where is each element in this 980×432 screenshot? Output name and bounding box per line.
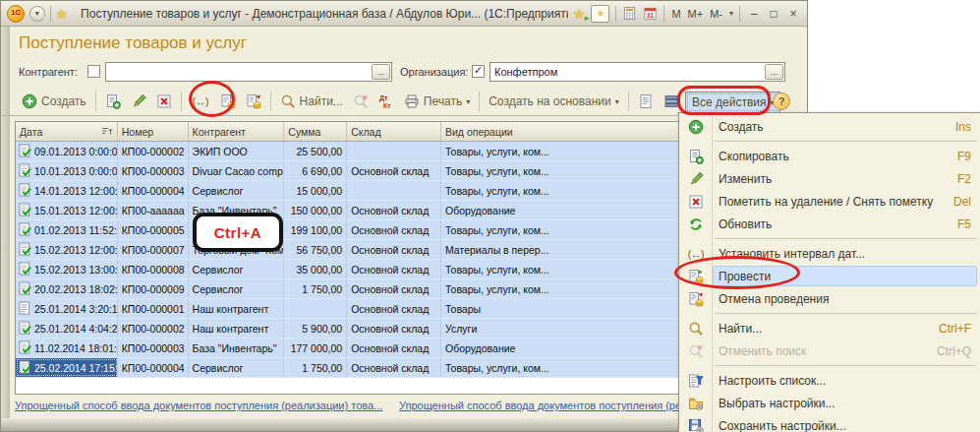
cell-sum[interactable]: 5 900,00: [284, 319, 347, 338]
menu-item-configure-list[interactable]: Настроить список...: [679, 369, 980, 392]
menu-item-select-settings[interactable]: Выбрать настройки...: [679, 392, 980, 414]
cell-warehouse[interactable]: Основной склад: [347, 220, 441, 239]
copy-button[interactable]: [101, 91, 125, 112]
cell-warehouse[interactable]: Основной склад: [347, 260, 441, 278]
cell-warehouse[interactable]: [347, 142, 441, 160]
cancel-search-button[interactable]: [349, 91, 373, 112]
cell-number[interactable]: КП00-000009: [118, 279, 189, 298]
cell-warehouse[interactable]: Основной склад: [347, 201, 441, 219]
cell-number[interactable]: КП00-000001: [118, 299, 189, 318]
cell-warehouse[interactable]: Основной склад: [347, 240, 441, 259]
preview-button[interactable]: [634, 91, 658, 112]
cell-warehouse[interactable]: [347, 181, 441, 200]
favorites-list-icon[interactable]: ★: [591, 5, 609, 23]
cell-date[interactable]: 25.01.2014 3:20:13: [16, 299, 118, 318]
cell-sum[interactable]: 35 000,00: [284, 260, 347, 278]
column-header[interactable]: Сумма: [284, 122, 347, 141]
cell-counterparty[interactable]: Сервислог: [189, 181, 285, 200]
cell-number[interactable]: КП00-аааааа: [118, 201, 189, 219]
counterparty-picker-button[interactable]: ...: [372, 64, 390, 80]
monitor-button-m[interactable]: M: [670, 8, 681, 20]
organization-checkbox[interactable]: [472, 65, 485, 78]
menu-item-edit[interactable]: ИзменитьF2: [679, 167, 980, 190]
cell-number[interactable]: КП00-000005: [118, 220, 189, 239]
cell-date[interactable]: 10.01.2013 0:00:00: [16, 161, 118, 180]
simplified-entry-link-1[interactable]: Упрощенный способ ввода документов посту…: [15, 400, 382, 411]
cancel-posting-button[interactable]: [242, 91, 265, 112]
cell-warehouse[interactable]: Основной склад: [347, 339, 441, 357]
counterparty-checkbox[interactable]: [87, 65, 100, 78]
menu-item-mark-for-deletion[interactable]: Пометить на удаление / Снять пометкуDel: [679, 190, 980, 213]
cell-warehouse[interactable]: Основной склад: [347, 279, 441, 298]
cell-counterparty[interactable]: Наш контрагент: [189, 299, 285, 318]
cell-warehouse[interactable]: Основной склад: [347, 358, 441, 377]
favorites-star-icon[interactable]: ★: [56, 7, 69, 21]
cell-number[interactable]: КП00-000008: [118, 260, 189, 278]
cell-date[interactable]: 15.02.2013 13:00:00: [16, 260, 118, 278]
cell-number[interactable]: КП00-000002: [118, 319, 189, 338]
add-to-favorites-icon[interactable]: ★▸: [573, 7, 586, 21]
cell-sum[interactable]: [284, 299, 347, 318]
cell-counterparty[interactable]: Divuar Cacao company: [189, 161, 285, 180]
column-header[interactable]: Номер: [118, 122, 189, 141]
cell-date[interactable]: 20.02.2013 18:02:24: [16, 279, 118, 298]
find-button[interactable]: Найти...: [276, 91, 347, 112]
print-button[interactable]: Печать▾: [400, 91, 474, 112]
menu-item-save-settings[interactable]: Сохранить настройки...: [679, 414, 980, 432]
cell-date[interactable]: 09.01.2013 0:00:05: [16, 142, 118, 160]
cell-counterparty[interactable]: База "Инвентарь": [189, 339, 285, 357]
create-based-on-button[interactable]: Создать на основании▾: [485, 92, 623, 111]
cell-sum[interactable]: 150 000,00: [284, 201, 347, 219]
cell-counterparty[interactable]: Сервислог: [189, 358, 285, 377]
cell-date[interactable]: 15.01.2013 12:00:00: [16, 201, 118, 219]
cell-counterparty[interactable]: ЭКИП ООО: [189, 142, 285, 160]
column-header[interactable]: Склад: [347, 122, 441, 141]
cell-sum[interactable]: 177 000,00: [284, 339, 347, 357]
dtkt-button[interactable]: ДтКт: [375, 91, 398, 112]
close-button[interactable]: ×: [785, 6, 801, 22]
cell-counterparty[interactable]: Наш контрагент: [189, 319, 285, 338]
menu-item-create[interactable]: СоздатьIns: [679, 115, 980, 138]
menu-item-refresh[interactable]: ОбновитьF5: [679, 213, 980, 235]
cell-date[interactable]: 25.01.2014 4:04:29: [16, 319, 118, 338]
cell-sum[interactable]: 1 750,00: [284, 279, 347, 298]
create-button[interactable]: Создать: [18, 91, 90, 112]
cell-number[interactable]: КП00-000004: [118, 358, 189, 377]
cell-counterparty[interactable]: Сервислог: [189, 279, 285, 298]
cell-sum[interactable]: 6 690,00: [284, 161, 347, 180]
organization-input[interactable]: Конфетпром ...: [490, 62, 785, 82]
cell-number[interactable]: КП00-000002: [118, 142, 189, 160]
titlebar-chevron-icon[interactable]: ▾: [729, 9, 733, 18]
cell-warehouse[interactable]: Основной склад: [347, 299, 441, 318]
edit-button[interactable]: [127, 91, 150, 112]
cell-date[interactable]: 01.02.2013 11:52:57: [16, 220, 118, 239]
menu-item-copy[interactable]: СкопироватьF9: [679, 145, 980, 167]
system-menu-icon[interactable]: ▾: [29, 6, 45, 22]
counterparty-input[interactable]: ...: [105, 62, 392, 82]
cell-date[interactable]: 15.02.2013 12:00:03: [16, 240, 118, 259]
maximize-button[interactable]: □: [766, 6, 781, 22]
menu-item-find[interactable]: Найти...Ctrl+F: [679, 317, 980, 339]
organization-picker-button[interactable]: ...: [765, 64, 783, 80]
cell-number[interactable]: КП00-000003: [118, 339, 189, 357]
cell-sum[interactable]: 15 000,00: [284, 181, 347, 200]
cell-number[interactable]: КП00-000007: [118, 240, 189, 259]
cell-sum[interactable]: 56 750,00: [284, 240, 347, 259]
menu-item-cancel-posting[interactable]: Отмена проведения: [679, 287, 980, 310]
help-button[interactable]: ?: [773, 93, 790, 110]
cell-warehouse[interactable]: Основной склад: [347, 161, 441, 180]
mark-deletion-button[interactable]: [152, 91, 176, 112]
cell-counterparty[interactable]: Сервислог: [189, 260, 285, 278]
cell-date[interactable]: 14.01.2013 12:00:02: [16, 181, 118, 200]
cell-number[interactable]: КП00-000004: [118, 181, 189, 200]
cell-sum[interactable]: 25 500,00: [284, 142, 347, 160]
cell-number[interactable]: КП00-000003: [118, 161, 189, 180]
column-header[interactable]: Контрагент: [189, 122, 285, 141]
calculator-icon[interactable]: [622, 6, 637, 21]
calendar-icon[interactable]: 31: [643, 6, 658, 21]
monitor-button-m-[interactable]: M-: [709, 8, 723, 20]
cell-warehouse[interactable]: Основной склад: [347, 319, 441, 338]
cell-date[interactable]: 11.02.2014 18:01:22: [16, 339, 118, 357]
cell-sum[interactable]: 199 100,00: [284, 220, 347, 239]
menu-item-cancel-search[interactable]: Отменить поискCtrl+Q: [679, 339, 980, 362]
